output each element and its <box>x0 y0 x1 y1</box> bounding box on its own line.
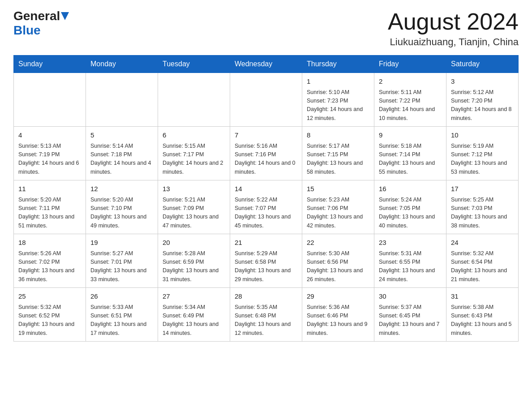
calendar-cell <box>86 73 158 127</box>
column-header-thursday: Thursday <box>302 56 374 73</box>
day-number: 17 <box>451 184 514 194</box>
day-info: Sunrise: 5:33 AM Sunset: 6:51 PM Dayligh… <box>90 303 153 338</box>
calendar-cell <box>158 73 230 127</box>
calendar-cell: 30Sunrise: 5:37 AM Sunset: 6:45 PM Dayli… <box>374 288 446 342</box>
day-info: Sunrise: 5:20 AM Sunset: 7:11 PM Dayligh… <box>18 196 81 231</box>
column-header-wednesday: Wednesday <box>230 56 302 73</box>
day-info: Sunrise: 5:37 AM Sunset: 6:45 PM Dayligh… <box>379 303 442 338</box>
day-info: Sunrise: 5:21 AM Sunset: 7:09 PM Dayligh… <box>163 196 225 231</box>
day-info: Sunrise: 5:31 AM Sunset: 6:55 PM Dayligh… <box>379 249 442 284</box>
day-number: 11 <box>18 184 81 194</box>
day-number: 21 <box>235 238 297 248</box>
calendar-title: August 2024 <box>388 9 519 34</box>
day-number: 24 <box>451 238 514 248</box>
day-number: 3 <box>451 77 514 87</box>
column-header-sunday: Sunday <box>14 56 86 73</box>
calendar-cell: 26Sunrise: 5:33 AM Sunset: 6:51 PM Dayli… <box>86 288 158 342</box>
svg-marker-0 <box>61 12 69 20</box>
week-row-1: 1Sunrise: 5:10 AM Sunset: 7:23 PM Daylig… <box>14 73 519 127</box>
logo: General Blue <box>13 9 69 38</box>
calendar-cell: 1Sunrise: 5:10 AM Sunset: 7:23 PM Daylig… <box>302 73 374 127</box>
day-number: 16 <box>379 184 442 194</box>
logo-arrow-icon <box>61 12 69 20</box>
calendar-cell: 9Sunrise: 5:18 AM Sunset: 7:14 PM Daylig… <box>374 127 446 180</box>
calendar-table: SundayMondayTuesdayWednesdayThursdayFrid… <box>13 55 519 342</box>
day-number: 26 <box>90 291 153 302</box>
calendar-cell: 3Sunrise: 5:12 AM Sunset: 7:20 PM Daylig… <box>446 73 519 127</box>
day-info: Sunrise: 5:32 AM Sunset: 6:52 PM Dayligh… <box>18 303 81 338</box>
day-info: Sunrise: 5:17 AM Sunset: 7:15 PM Dayligh… <box>307 142 369 177</box>
day-info: Sunrise: 5:36 AM Sunset: 6:46 PM Dayligh… <box>307 303 369 338</box>
calendar-cell: 4Sunrise: 5:13 AM Sunset: 7:19 PM Daylig… <box>14 127 86 180</box>
calendar-header-row: SundayMondayTuesdayWednesdayThursdayFrid… <box>14 56 519 73</box>
calendar-cell: 21Sunrise: 5:29 AM Sunset: 6:58 PM Dayli… <box>230 234 302 288</box>
day-info: Sunrise: 5:26 AM Sunset: 7:02 PM Dayligh… <box>18 249 81 284</box>
day-info: Sunrise: 5:15 AM Sunset: 7:17 PM Dayligh… <box>163 142 225 177</box>
calendar-cell: 2Sunrise: 5:11 AM Sunset: 7:22 PM Daylig… <box>374 73 446 127</box>
calendar-cell: 14Sunrise: 5:22 AM Sunset: 7:07 PM Dayli… <box>230 180 302 234</box>
day-number: 13 <box>163 184 225 194</box>
calendar-cell: 27Sunrise: 5:34 AM Sunset: 6:49 PM Dayli… <box>158 288 230 342</box>
day-info: Sunrise: 5:14 AM Sunset: 7:18 PM Dayligh… <box>90 142 153 177</box>
day-number: 12 <box>90 184 153 194</box>
week-row-3: 11Sunrise: 5:20 AM Sunset: 7:11 PM Dayli… <box>14 180 519 234</box>
logo-general-text: General <box>13 9 60 23</box>
calendar-cell: 20Sunrise: 5:28 AM Sunset: 6:59 PM Dayli… <box>158 234 230 288</box>
day-number: 7 <box>235 130 297 141</box>
day-info: Sunrise: 5:32 AM Sunset: 6:54 PM Dayligh… <box>451 249 514 284</box>
calendar-cell: 16Sunrise: 5:24 AM Sunset: 7:05 PM Dayli… <box>374 180 446 234</box>
day-info: Sunrise: 5:34 AM Sunset: 6:49 PM Dayligh… <box>163 303 225 338</box>
day-info: Sunrise: 5:38 AM Sunset: 6:43 PM Dayligh… <box>451 303 514 338</box>
day-info: Sunrise: 5:13 AM Sunset: 7:19 PM Dayligh… <box>18 142 81 177</box>
day-number: 8 <box>307 130 369 141</box>
calendar-cell: 19Sunrise: 5:27 AM Sunset: 7:01 PM Dayli… <box>86 234 158 288</box>
calendar-cell: 10Sunrise: 5:19 AM Sunset: 7:12 PM Dayli… <box>446 127 519 180</box>
location-title: Liukuaizhuang, Tianjin, China <box>388 36 519 48</box>
day-number: 10 <box>451 130 514 141</box>
column-header-monday: Monday <box>86 56 158 73</box>
calendar-cell: 31Sunrise: 5:38 AM Sunset: 6:43 PM Dayli… <box>446 288 519 342</box>
day-number: 23 <box>379 238 442 248</box>
calendar-cell: 23Sunrise: 5:31 AM Sunset: 6:55 PM Dayli… <box>374 234 446 288</box>
day-number: 18 <box>18 238 81 248</box>
day-number: 28 <box>235 291 297 302</box>
calendar-cell: 11Sunrise: 5:20 AM Sunset: 7:11 PM Dayli… <box>14 180 86 234</box>
day-number: 20 <box>163 238 225 248</box>
day-info: Sunrise: 5:18 AM Sunset: 7:14 PM Dayligh… <box>379 142 442 177</box>
day-info: Sunrise: 5:20 AM Sunset: 7:10 PM Dayligh… <box>90 196 153 231</box>
day-number: 30 <box>379 291 442 302</box>
calendar-cell: 5Sunrise: 5:14 AM Sunset: 7:18 PM Daylig… <box>86 127 158 180</box>
logo-blue-text: Blue <box>13 23 41 38</box>
column-header-friday: Friday <box>374 56 446 73</box>
day-info: Sunrise: 5:35 AM Sunset: 6:48 PM Dayligh… <box>235 303 297 338</box>
day-info: Sunrise: 5:25 AM Sunset: 7:03 PM Dayligh… <box>451 196 514 231</box>
calendar-cell: 18Sunrise: 5:26 AM Sunset: 7:02 PM Dayli… <box>14 234 86 288</box>
calendar-cell: 28Sunrise: 5:35 AM Sunset: 6:48 PM Dayli… <box>230 288 302 342</box>
day-number: 1 <box>307 77 369 87</box>
day-number: 6 <box>163 130 225 141</box>
day-number: 22 <box>307 238 369 248</box>
day-number: 9 <box>379 130 442 141</box>
title-block: August 2024 Liukuaizhuang, Tianjin, Chin… <box>388 9 519 48</box>
column-header-tuesday: Tuesday <box>158 56 230 73</box>
day-number: 14 <box>235 184 297 194</box>
day-number: 31 <box>451 291 514 302</box>
calendar-cell: 17Sunrise: 5:25 AM Sunset: 7:03 PM Dayli… <box>446 180 519 234</box>
week-row-2: 4Sunrise: 5:13 AM Sunset: 7:19 PM Daylig… <box>14 127 519 180</box>
day-info: Sunrise: 5:16 AM Sunset: 7:16 PM Dayligh… <box>235 142 297 177</box>
day-info: Sunrise: 5:10 AM Sunset: 7:23 PM Dayligh… <box>307 88 369 123</box>
day-info: Sunrise: 5:23 AM Sunset: 7:06 PM Dayligh… <box>307 196 369 231</box>
calendar-cell: 8Sunrise: 5:17 AM Sunset: 7:15 PM Daylig… <box>302 127 374 180</box>
calendar-cell <box>14 73 86 127</box>
day-info: Sunrise: 5:28 AM Sunset: 6:59 PM Dayligh… <box>163 249 225 284</box>
day-number: 2 <box>379 77 442 87</box>
calendar-cell: 13Sunrise: 5:21 AM Sunset: 7:09 PM Dayli… <box>158 180 230 234</box>
day-info: Sunrise: 5:12 AM Sunset: 7:20 PM Dayligh… <box>451 88 514 123</box>
day-info: Sunrise: 5:29 AM Sunset: 6:58 PM Dayligh… <box>235 249 297 284</box>
calendar-cell: 22Sunrise: 5:30 AM Sunset: 6:56 PM Dayli… <box>302 234 374 288</box>
day-number: 5 <box>90 130 153 141</box>
calendar-cell: 29Sunrise: 5:36 AM Sunset: 6:46 PM Dayli… <box>302 288 374 342</box>
day-info: Sunrise: 5:11 AM Sunset: 7:22 PM Dayligh… <box>379 88 442 123</box>
calendar-cell <box>230 73 302 127</box>
day-number: 15 <box>307 184 369 194</box>
